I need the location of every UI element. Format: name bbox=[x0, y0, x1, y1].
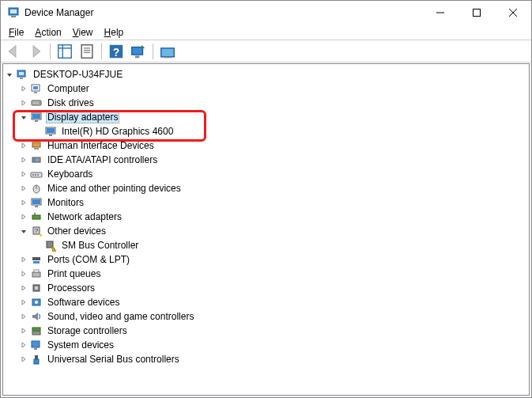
show-hide-tree-button[interactable] bbox=[55, 42, 74, 61]
tree-item-label: Software devices bbox=[46, 297, 121, 308]
expand-arrow[interactable] bbox=[17, 353, 30, 366]
help-button[interactable]: ? bbox=[107, 42, 126, 61]
svg-rect-25 bbox=[34, 92, 37, 93]
expand-arrow[interactable] bbox=[3, 68, 16, 81]
network-icon bbox=[30, 210, 43, 223]
expand-arrow[interactable] bbox=[17, 168, 30, 180]
menu-bar: File Action View Help bbox=[1, 25, 531, 40]
svg-rect-1 bbox=[10, 9, 17, 13]
toolbar-separator bbox=[153, 44, 153, 59]
expand-arrow[interactable] bbox=[17, 139, 30, 152]
expand-arrow[interactable] bbox=[17, 210, 30, 223]
tree-category-disk-drives[interactable]: Disk drives bbox=[3, 96, 529, 110]
svg-rect-7 bbox=[58, 44, 72, 58]
tree-category-monitors[interactable]: Monitors bbox=[3, 195, 529, 210]
display-adapters-icon bbox=[30, 111, 43, 123]
back-button[interactable] bbox=[4, 42, 23, 61]
toolbar-separator bbox=[101, 44, 102, 59]
expand-arrow[interactable] bbox=[17, 182, 30, 195]
tree-item-label: Universal Serial Bus controllers bbox=[46, 354, 181, 365]
expand-arrow[interactable] bbox=[17, 339, 30, 351]
svg-rect-66 bbox=[32, 341, 40, 347]
tree-device-intel-hd-4600[interactable]: Intel(R) HD Graphics 4600 bbox=[3, 124, 529, 138]
svg-rect-18 bbox=[161, 47, 175, 56]
svg-rect-45 bbox=[32, 199, 40, 204]
show-hidden-button[interactable] bbox=[158, 42, 177, 61]
svg-rect-67 bbox=[34, 348, 37, 350]
expand-arrow[interactable] bbox=[17, 267, 30, 280]
expand-arrow[interactable] bbox=[17, 324, 30, 337]
svg-rect-48 bbox=[34, 213, 36, 215]
tree-category-mice[interactable]: Mice and other pointing devices bbox=[3, 181, 529, 195]
tree-category-system[interactable]: System devices bbox=[3, 338, 529, 352]
tree-category-storage[interactable]: Storage controllers bbox=[3, 324, 529, 338]
tree-category-hid[interactable]: Human Interface Devices bbox=[3, 138, 529, 153]
tree-item-label: Keyboards bbox=[46, 169, 94, 180]
menu-file[interactable]: File bbox=[6, 27, 27, 38]
sm-bus-icon: ! bbox=[44, 239, 57, 252]
expand-arrow[interactable] bbox=[17, 225, 30, 237]
svg-rect-19 bbox=[164, 56, 171, 57]
expand-arrow[interactable] bbox=[17, 296, 30, 309]
scan-hardware-button[interactable] bbox=[129, 42, 148, 61]
tree-category-other[interactable]: ?Other devices bbox=[3, 224, 529, 238]
computer-icon bbox=[30, 82, 43, 95]
tree-item-label: SM Bus Controller bbox=[60, 240, 140, 251]
svg-rect-57 bbox=[32, 272, 40, 277]
hid-icon bbox=[30, 139, 43, 152]
menu-help[interactable]: Help bbox=[101, 27, 127, 38]
mice-icon bbox=[30, 182, 43, 195]
expand-arrow[interactable] bbox=[17, 82, 30, 95]
tree-category-computer[interactable]: Computer bbox=[3, 81, 529, 96]
expand-arrow[interactable] bbox=[17, 111, 30, 123]
svg-point-27 bbox=[39, 102, 40, 104]
tree-item-label: Print queues bbox=[46, 268, 102, 279]
minimize-button[interactable] bbox=[422, 1, 458, 25]
forward-button[interactable] bbox=[26, 42, 45, 61]
tree-category-sound[interactable]: Sound, video and game controllers bbox=[3, 309, 529, 324]
expand-arrow bbox=[32, 239, 44, 252]
menu-action[interactable]: Action bbox=[32, 27, 64, 38]
close-button[interactable] bbox=[495, 1, 531, 25]
tree-category-network[interactable]: Network adapters bbox=[3, 210, 529, 224]
svg-rect-41 bbox=[37, 174, 39, 176]
svg-rect-55 bbox=[32, 257, 40, 260]
tree-category-print-queues[interactable]: Print queues bbox=[3, 267, 529, 281]
tree-root[interactable]: DESKTOP-U34FJUE bbox=[3, 67, 529, 81]
menu-view[interactable]: View bbox=[70, 27, 96, 38]
expand-arrow[interactable] bbox=[17, 154, 30, 166]
maximize-button[interactable] bbox=[458, 1, 495, 25]
svg-rect-40 bbox=[35, 174, 36, 176]
properties-button[interactable] bbox=[77, 42, 96, 61]
device-tree-pane[interactable]: DESKTOP-U34FJUEComputerDisk drivesDispla… bbox=[2, 63, 530, 396]
svg-rect-22 bbox=[20, 78, 23, 79]
tree-item-label: Intel(R) HD Graphics 4600 bbox=[60, 126, 175, 137]
svg-rect-16 bbox=[132, 47, 143, 55]
expand-arrow[interactable] bbox=[17, 310, 30, 323]
expand-arrow[interactable] bbox=[17, 253, 30, 266]
expand-arrow[interactable] bbox=[17, 196, 30, 209]
root-icon bbox=[16, 68, 28, 81]
svg-rect-65 bbox=[32, 332, 40, 335]
toolbar-separator bbox=[50, 44, 51, 59]
tree-category-display-adapters[interactable]: Display adapters bbox=[3, 110, 529, 124]
svg-rect-46 bbox=[35, 206, 38, 207]
tree-item-label: Computer bbox=[46, 83, 91, 94]
svg-rect-33 bbox=[49, 135, 52, 136]
tree-category-software-devices[interactable]: Software devices bbox=[3, 295, 529, 309]
svg-rect-24 bbox=[33, 86, 38, 89]
svg-rect-39 bbox=[32, 174, 34, 176]
expand-arrow[interactable] bbox=[17, 282, 30, 294]
tree-category-ports[interactable]: Ports (COM & LPT) bbox=[3, 252, 529, 267]
tree-category-processors[interactable]: Processors bbox=[3, 281, 529, 295]
tree-category-usb[interactable]: Universal Serial Bus controllers bbox=[3, 352, 529, 366]
svg-rect-37 bbox=[33, 158, 36, 161]
other-icon: ? bbox=[30, 225, 43, 237]
tree-item-label: Disk drives bbox=[46, 97, 96, 108]
tree-category-ide[interactable]: IDE ATA/ATAPI controllers bbox=[3, 153, 529, 167]
tree-category-keyboards[interactable]: Keyboards bbox=[3, 167, 529, 181]
tree-item-label: Monitors bbox=[46, 197, 85, 208]
tree-device-sm-bus[interactable]: !SM Bus Controller bbox=[3, 238, 529, 252]
expand-arrow[interactable] bbox=[17, 97, 30, 109]
svg-marker-50 bbox=[40, 233, 43, 237]
